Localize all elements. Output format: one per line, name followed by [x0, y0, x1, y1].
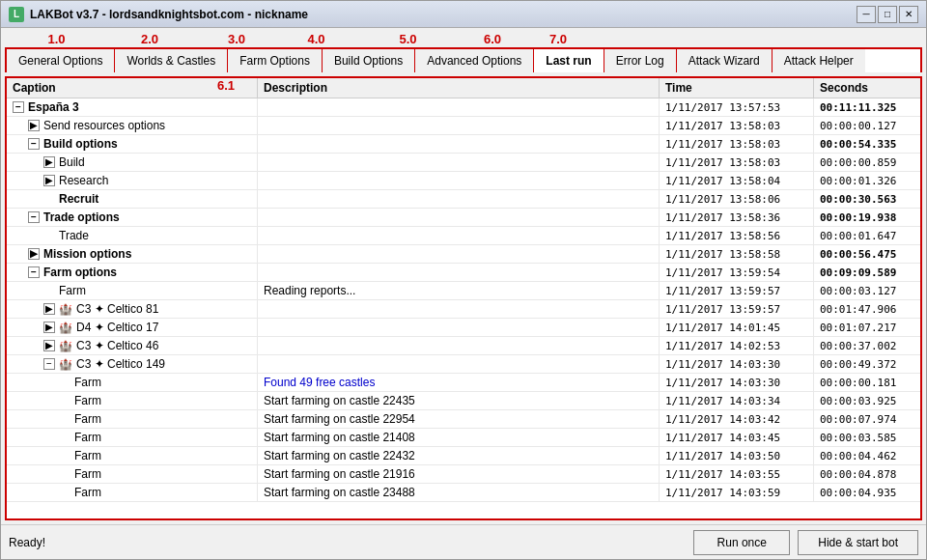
- cell-description: [258, 245, 660, 263]
- tab-error-log[interactable]: Error Log: [604, 49, 677, 72]
- window-title: LAKBot v3.7 - lordsandknightsbot.com - n…: [30, 8, 857, 21]
- cell-description: Reading reports...: [258, 282, 660, 299]
- castle-icon: 🏰: [59, 358, 72, 371]
- cell-description: [258, 135, 660, 153]
- expand-icon[interactable]: ▶: [43, 156, 55, 168]
- cell-seconds: 00:11:11.325: [814, 98, 920, 116]
- cell-time: 1/11/2017 14:02:53: [660, 337, 814, 354]
- cell-seconds: 00:00:03.925: [814, 392, 920, 409]
- expand-icon[interactable]: ▶: [43, 340, 55, 351]
- cell-caption: Farm: [7, 447, 258, 464]
- cell-time: 1/11/2017 13:58:03: [660, 154, 814, 171]
- cell-caption: Farm: [7, 410, 258, 428]
- tab-attack-helper[interactable]: Attack Helper: [772, 49, 865, 72]
- cell-description: Start farming on castle 22432: [258, 447, 660, 464]
- cell-seconds: 00:00:04.935: [814, 484, 920, 501]
- tab-worlds-castles[interactable]: Worlds & Castles: [115, 49, 228, 72]
- cell-caption: − Trade options: [7, 209, 258, 226]
- expand-icon[interactable]: −: [28, 266, 40, 278]
- row-label: Send resources options: [43, 119, 165, 132]
- col-time: Time: [660, 78, 814, 98]
- cell-description: Start farming on castle 21408: [258, 429, 660, 446]
- expand-icon[interactable]: −: [28, 211, 40, 223]
- cell-time: 1/11/2017 14:03:50: [660, 447, 814, 464]
- cell-seconds: 00:00:00.127: [814, 117, 920, 134]
- table-row: ▶ Build 1/11/2017 13:58:03 00:00:00.859: [7, 154, 920, 172]
- cell-seconds: 00:00:04.878: [814, 465, 920, 483]
- cell-time: 1/11/2017 13:58:58: [660, 245, 814, 263]
- cell-description: [258, 319, 660, 336]
- cell-seconds: 00:00:04.462: [814, 447, 920, 464]
- cell-seconds: 00:00:00.859: [814, 154, 920, 171]
- cell-seconds: 00:00:49.372: [814, 355, 920, 373]
- cell-time: 1/11/2017 13:58:04: [660, 172, 814, 189]
- expand-icon[interactable]: ▶: [28, 248, 40, 260]
- cell-time: 1/11/2017 14:03:42: [660, 410, 814, 428]
- cell-caption: ▶ 🏰 D4 ✦ Celtico 17: [7, 319, 258, 336]
- cell-description: [258, 264, 660, 281]
- hide-start-button[interactable]: Hide & start bot: [798, 530, 918, 555]
- expand-icon[interactable]: ▶: [43, 303, 55, 315]
- tab-advanced-options[interactable]: Advanced Options: [415, 49, 534, 72]
- cell-caption: ▶ 🏰 C3 ✦ Celtico 46: [7, 337, 258, 354]
- title-bar: L LAKBot v3.7 - lordsandknightsbot.com -…: [1, 1, 926, 28]
- tab-farm-options[interactable]: Farm Options: [228, 49, 323, 72]
- maximize-button[interactable]: □: [878, 6, 897, 23]
- cell-seconds: 00:01:47.906: [814, 300, 920, 318]
- expand-icon[interactable]: −: [13, 101, 24, 113]
- expand-icon[interactable]: ▶: [43, 322, 55, 333]
- cell-description: [258, 190, 660, 208]
- tab-attack-wizard[interactable]: Attack Wizard: [677, 49, 772, 72]
- cell-time: 1/11/2017 13:57:53: [660, 98, 814, 116]
- tab-general-options[interactable]: General Options: [7, 49, 115, 72]
- expand-icon[interactable]: −: [28, 138, 40, 150]
- table-row: Farm Found 49 free castles 1/11/2017 14:…: [7, 374, 920, 392]
- version-4: 4.0: [276, 32, 356, 46]
- cell-caption: ▶ 🏰 C3 ✦ Celtico 81: [7, 300, 258, 318]
- cell-caption: Farm: [7, 282, 258, 299]
- cell-caption: ▶ Send resources options: [7, 117, 258, 134]
- cell-caption: Trade: [7, 227, 258, 244]
- cell-seconds: 00:09:09.589: [814, 264, 920, 281]
- cell-seconds: 00:00:03.585: [814, 429, 920, 446]
- run-once-button[interactable]: Run once: [693, 530, 790, 555]
- row-label: Farm: [59, 449, 101, 462]
- cell-description: [258, 227, 660, 244]
- row-label: C3 ✦ Celtico 46: [76, 339, 158, 352]
- table-body[interactable]: − España 3 1/11/2017 13:57:53 00:11:11.3…: [7, 98, 920, 518]
- cell-description: [258, 355, 660, 373]
- table-row: − Build options 1/11/2017 13:58:03 00:00…: [7, 135, 920, 154]
- cell-description: [258, 172, 660, 189]
- tab-build-options[interactable]: Build Options: [323, 49, 415, 72]
- row-label: Mission options: [43, 247, 131, 261]
- table-row: Trade 1/11/2017 13:58:56 00:00:01.647: [7, 227, 920, 245]
- cell-time: 1/11/2017 14:03:34: [660, 392, 814, 409]
- version-7: 7.0: [525, 32, 591, 46]
- col-description: Description: [258, 78, 660, 98]
- row-label: Farm: [59, 467, 101, 481]
- status-text: Ready!: [9, 536, 686, 549]
- expand-icon[interactable]: −: [43, 358, 55, 370]
- tabs-container: General Options Worlds & Castles Farm Op…: [5, 47, 922, 72]
- cell-caption: Farm: [7, 392, 258, 409]
- expand-icon[interactable]: ▶: [28, 120, 40, 131]
- minimize-button[interactable]: ─: [857, 6, 876, 23]
- tab-last-run[interactable]: Last run: [534, 49, 604, 72]
- row-label: Farm: [59, 486, 101, 499]
- row-label: D4 ✦ Celtico 17: [76, 321, 158, 334]
- app-icon: L: [9, 7, 24, 22]
- cell-caption: Farm: [7, 465, 258, 483]
- cell-seconds: 00:00:01.326: [814, 172, 920, 189]
- cell-caption: − 🏰 C3 ✦ Celtico 149: [7, 355, 258, 373]
- cell-description: Start farming on castle 23488: [258, 484, 660, 501]
- main-window: L LAKBot v3.7 - lordsandknightsbot.com -…: [0, 0, 927, 560]
- cell-seconds: 00:00:07.974: [814, 410, 920, 428]
- row-label: Farm: [59, 376, 101, 389]
- expand-icon[interactable]: ▶: [43, 175, 55, 186]
- cell-time: 1/11/2017 13:58:36: [660, 209, 814, 226]
- cell-description: Start farming on castle 22435: [258, 392, 660, 409]
- cell-seconds: 00:00:30.563: [814, 190, 920, 208]
- cell-time: 1/11/2017 14:03:59: [660, 484, 814, 501]
- close-button[interactable]: ✕: [899, 6, 918, 23]
- row-label: Farm: [59, 431, 101, 444]
